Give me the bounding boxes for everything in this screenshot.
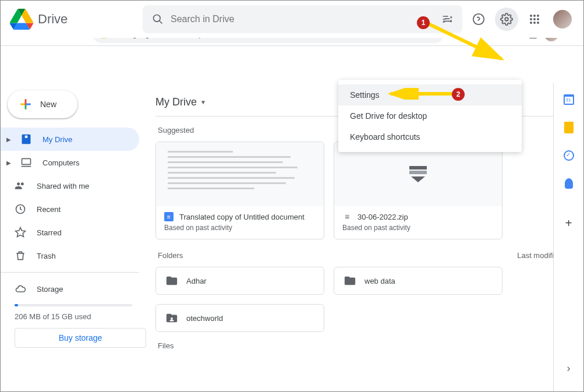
new-button[interactable]: New [8,90,77,118]
settings-gear-button[interactable] [495,8,518,31]
help-button[interactable] [467,8,490,31]
search-bar[interactable] [143,5,462,33]
sidebar-item-shared[interactable]: Shared with me [1,174,139,197]
drive-logo-icon [10,8,33,31]
search-input[interactable] [171,14,434,24]
buy-storage-button[interactable]: Buy storage [15,328,146,348]
drive-icon [20,133,32,145]
sidebar-item-computers[interactable]: ▶ Computers [1,151,139,174]
sidebar-item-recent[interactable]: Recent [1,197,139,221]
svg-marker-16 [16,228,26,237]
svg-point-0 [154,15,161,22]
location-title[interactable]: My Drive [155,96,197,108]
sidebar-item-label: Trash [37,252,56,260]
file-title: Translated copy of Untitled document [179,213,305,221]
suggested-card[interactable]: ≡ Translated copy of Untitled document B… [155,142,324,239]
folder-icon [165,274,178,287]
storage-bar [15,304,132,306]
svg-point-8 [533,18,536,20]
account-avatar[interactable] [551,8,574,31]
file-title: 30-06-2022.zip [358,213,408,221]
files-header: Files [158,341,569,350]
apps-grid-button[interactable] [523,8,546,31]
svg-point-9 [537,18,539,20]
sidebar-item-label: Storage [37,285,63,294]
tasks-icon[interactable] [557,144,581,167]
shared-folder-icon [165,312,178,324]
svg-point-20 [171,317,173,320]
docs-icon: ≡ [164,212,174,221]
svg-point-12 [537,22,539,24]
svg-rect-13 [22,158,31,164]
sidebar: New ▶ My Drive ▶ Computers Shared with m… [1,46,146,391]
app-header: Drive [1,1,583,38]
plus-icon [18,97,33,112]
collapse-panel-icon[interactable]: › [557,356,581,380]
svg-point-11 [533,22,536,24]
chevron-down-icon[interactable]: ▼ [200,99,206,105]
folders-header: Folders Last modified ↓ [158,251,569,260]
calendar-icon[interactable] [557,88,581,111]
sidebar-item-starred[interactable]: Starred [1,221,139,244]
zip-icon: ≡ [342,212,352,221]
folder-icon [344,274,356,287]
storage-used-text: 206 MB of 15 GB used [15,312,146,321]
star-icon [15,227,26,238]
app-name: Drive [38,12,68,27]
svg-point-6 [537,15,539,17]
drive-logo[interactable]: Drive [10,8,138,31]
menu-item-shortcuts[interactable]: Keyboard shortcuts [338,126,522,147]
annotation-badge-2: 2 [452,88,465,101]
addons-plus-icon[interactable]: + [557,211,581,235]
file-subtitle: Based on past activity [164,224,316,232]
settings-menu: Settings Get Drive for desktop Keyboard … [338,80,522,152]
suggested-card[interactable]: ≡ 30-06-2022.zip Based on past activity [334,142,502,239]
svg-point-7 [530,18,532,20]
sidebar-item-label: Recent [37,205,61,214]
clock-icon [15,203,26,215]
menu-item-get-desktop[interactable]: Get Drive for desktop [338,105,522,126]
sidebar-item-label: Starred [37,228,62,237]
folder-card[interactable]: otechworld [155,304,324,332]
trash-icon [15,250,26,262]
folder-name: Adhar [186,277,207,285]
contacts-icon[interactable] [557,172,581,195]
search-icon [152,13,164,25]
annotation-badge-1: 1 [417,16,430,29]
sidebar-item-label: My Drive [43,135,72,144]
folder-name: otechworld [186,314,223,323]
svg-point-4 [530,15,532,17]
search-filter-icon[interactable] [441,13,453,25]
svg-point-5 [533,15,536,17]
folders-row: Adhar web data otechworld [155,267,569,332]
menu-item-settings[interactable]: Settings [338,84,522,105]
new-button-label: New [40,100,56,109]
folder-name: web data [364,277,395,285]
svg-point-3 [505,17,508,21]
side-panel: + › [553,83,583,391]
caret-icon[interactable]: ▶ [6,136,11,143]
keep-icon[interactable] [557,116,581,139]
computer-icon [20,157,32,168]
caret-icon[interactable]: ▶ [6,160,11,166]
suggested-row: ≡ Translated copy of Untitled document B… [155,142,569,239]
svg-line-1 [160,21,162,24]
svg-point-10 [530,22,532,24]
sidebar-item-mydrive[interactable]: ▶ My Drive [1,128,139,151]
sidebar-item-label: Shared with me [37,182,89,190]
cloud-icon [15,283,26,295]
doc-preview [156,142,324,206]
sidebar-separator [1,272,139,273]
people-icon [15,180,26,192]
sidebar-item-trash[interactable]: Trash [1,244,139,267]
file-subtitle: Based on past activity [342,224,494,232]
sidebar-item-storage[interactable]: Storage [1,277,139,301]
sidebar-item-label: Computers [43,158,80,167]
folder-card[interactable]: web data [334,267,502,295]
folder-card[interactable]: Adhar [155,267,324,295]
